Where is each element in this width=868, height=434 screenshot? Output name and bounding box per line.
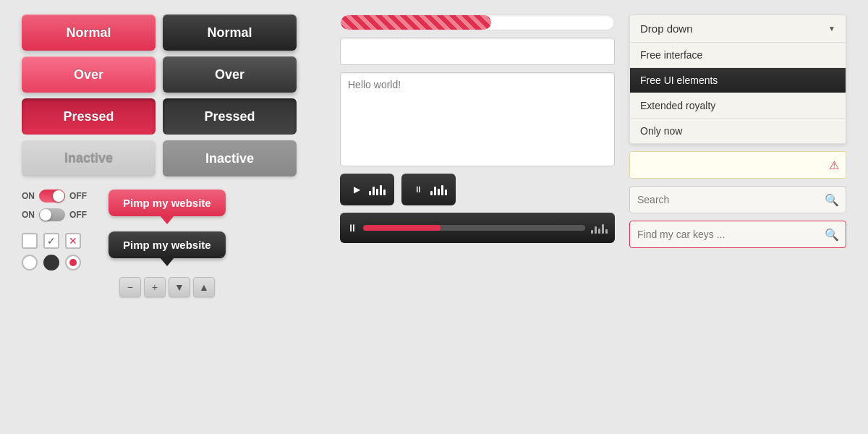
lbar4: [602, 224, 604, 234]
controls-row: ON OFF ON OFF ✓: [22, 190, 326, 297]
pressed-button-row: Pressed Pressed: [22, 98, 326, 135]
tooltip-dark-arrow: [160, 258, 174, 266]
warning-input-wrap: ⚠: [629, 151, 846, 179]
normal-pink-button[interactable]: Normal: [22, 14, 156, 51]
bars-icon-large: [591, 222, 608, 234]
dropdown-item-0[interactable]: Free interface: [630, 43, 846, 68]
over-button-row: Over Over: [22, 56, 326, 93]
toggle-on-label: ON: [22, 191, 35, 201]
tooltip-dark-button[interactable]: Pimp my website: [109, 231, 226, 258]
radio-dark[interactable]: [43, 255, 59, 271]
stepper-down[interactable]: ▼: [169, 277, 190, 297]
stepper-plus[interactable]: +: [144, 277, 166, 297]
dropdown-item-2[interactable]: Extended royalty: [630, 93, 846, 119]
search-input-1[interactable]: [629, 186, 846, 213]
over-pink-button[interactable]: Over: [22, 56, 156, 93]
toggles-column: ON OFF ON OFF ✓: [22, 190, 87, 271]
checkbox-checked[interactable]: ✓: [43, 233, 59, 249]
stepper-up[interactable]: ▲: [193, 277, 215, 297]
play-button[interactable]: ▶: [349, 182, 365, 197]
stepper-row: − + ▼ ▲: [119, 277, 215, 297]
bar2b: [434, 187, 436, 195]
pause-button[interactable]: ⏸: [410, 182, 426, 197]
checkbox-row: ✓ ✕: [22, 233, 87, 249]
normal-button-row: Normal Normal: [22, 14, 326, 51]
bars-icon-play: [369, 184, 386, 195]
search-icon-2[interactable]: 🔍: [825, 228, 839, 242]
progress-bar: [341, 15, 491, 30]
pressed-dark-button[interactable]: Pressed: [163, 98, 297, 135]
bar4: [380, 185, 382, 195]
radio-row: [22, 255, 87, 271]
tooltip-column: Pimp my website Pimp my website − + ▼ ▲: [109, 190, 226, 297]
checkbox-crossed[interactable]: ✕: [65, 233, 81, 249]
left-column: Normal Normal Over Over Pressed Pressed …: [22, 14, 326, 420]
search-wrap-2: 🔍: [629, 221, 846, 248]
toggle-off-knob: [40, 209, 51, 221]
player-mini-play: ▶: [340, 174, 394, 205]
player-row: ▶ ⏸: [340, 174, 615, 205]
large-pause-button[interactable]: ⏸: [347, 222, 357, 234]
main-container: Normal Normal Over Over Pressed Pressed …: [0, 0, 868, 434]
progress-container: [340, 14, 615, 30]
checks-column: ✓ ✕: [22, 233, 87, 271]
bar1b: [430, 191, 433, 195]
radio-pink[interactable]: [65, 255, 81, 271]
player-progress-track[interactable]: [363, 225, 585, 231]
dropdown-item-3[interactable]: Only now: [630, 119, 846, 143]
pressed-pink-button[interactable]: Pressed: [22, 98, 156, 135]
inactive-dark-button: Inactive: [163, 140, 297, 176]
bar1: [369, 191, 371, 195]
bar5b: [445, 190, 447, 195]
tooltip-pink-wrap: Pimp my website: [109, 190, 226, 224]
checkbox-empty[interactable]: [22, 233, 38, 249]
dropdown-header[interactable]: Drop down ▼: [630, 15, 846, 43]
lbar2: [595, 226, 597, 234]
toggle-off-switch[interactable]: [39, 208, 65, 221]
bar4b: [441, 185, 443, 195]
bar3b: [438, 189, 440, 195]
search-icon-1[interactable]: 🔍: [825, 193, 839, 207]
stepper-minus[interactable]: −: [119, 277, 141, 297]
textarea-input[interactable]: [340, 72, 615, 166]
inactive-pink-button: Inactive: [22, 140, 156, 176]
toggle-off-row: ON OFF: [22, 208, 87, 221]
toggle-off-label2: OFF: [69, 210, 87, 220]
search-wrap-1: 🔍: [629, 186, 846, 213]
tooltip-pink-button[interactable]: Pimp my website: [109, 190, 226, 216]
lbar5: [605, 229, 608, 234]
dropdown-container: Drop down ▼ Free interface Free UI eleme…: [629, 14, 846, 144]
normal-dark-button[interactable]: Normal: [163, 14, 297, 51]
inactive-button-row: Inactive Inactive: [22, 140, 326, 176]
player-large: ⏸: [340, 213, 615, 243]
warning-icon: ⚠: [829, 158, 839, 172]
lbar3: [598, 229, 600, 234]
bar5: [383, 190, 386, 195]
dropdown-header-label: Drop down: [640, 22, 693, 35]
player-mini-pause: ⏸: [401, 174, 456, 205]
bar3: [376, 189, 378, 195]
toggle-on-row: ON OFF: [22, 190, 87, 203]
right-column: Drop down ▼ Free interface Free UI eleme…: [629, 14, 846, 420]
bar2: [373, 187, 375, 195]
tooltip-pink-arrow: [160, 216, 174, 224]
single-line-input[interactable]: [340, 38, 615, 65]
bars-icon-pause: [430, 184, 447, 195]
dropdown-item-1[interactable]: Free UI elements: [630, 68, 846, 93]
tooltip-dark-wrap: Pimp my website: [109, 231, 226, 266]
middle-column: ▶ ⏸: [340, 14, 615, 420]
lbar1: [591, 230, 593, 234]
toggle-on-label2: ON: [22, 210, 35, 220]
toggle-on-switch[interactable]: [39, 190, 65, 203]
player-progress-fill: [363, 225, 441, 231]
toggle-on-knob: [53, 190, 64, 202]
search-input-2[interactable]: [629, 221, 846, 248]
radio-inner: [69, 259, 77, 266]
dropdown-arrow-icon: ▼: [828, 25, 835, 33]
warning-input[interactable]: [629, 151, 846, 179]
over-dark-button[interactable]: Over: [163, 56, 297, 93]
radio-empty[interactable]: [22, 255, 38, 271]
toggle-off-label: OFF: [69, 191, 87, 201]
